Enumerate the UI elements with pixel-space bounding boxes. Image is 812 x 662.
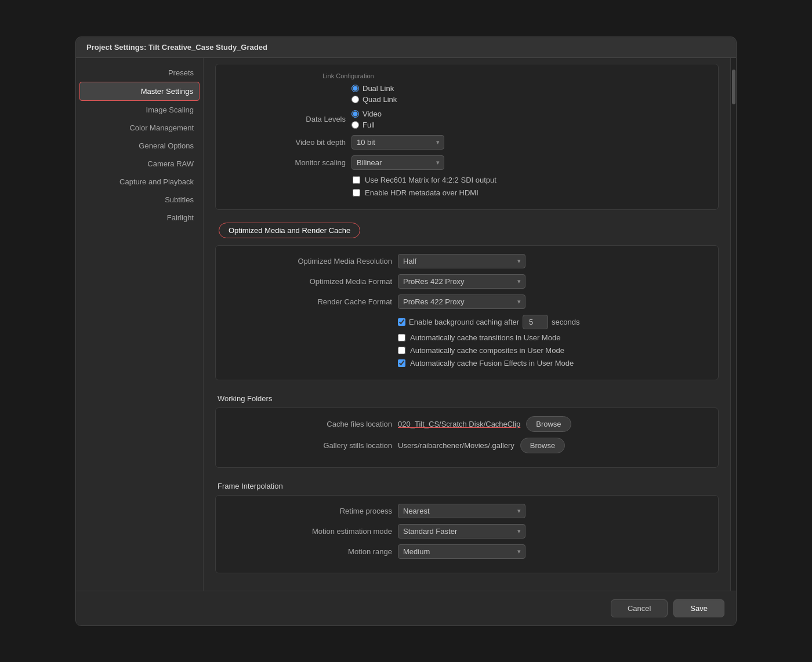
media-format-select[interactable]: ProRes 422 Proxy ProRes 422 LT ProRes 42…	[398, 274, 525, 289]
cache-location-value: 020_Tilt_CS/Scratch Disk/CacheClip	[398, 420, 520, 428]
data-levels-full-label: Full	[362, 121, 375, 129]
bg-cache-seconds-input[interactable]	[523, 315, 548, 329]
video-bit-depth-select[interactable]: 8 bit 10 bit 12 bit	[351, 135, 444, 150]
dialog-footer: Cancel Save	[76, 591, 736, 625]
sidebar-item-capture-playback[interactable]: Capture and Playback	[76, 173, 203, 191]
monitor-scaling-label: Monitor scaling	[230, 158, 346, 167]
dual-link-radio[interactable]: Dual Link	[351, 84, 397, 93]
resolution-label: Optimized Media Resolution	[230, 257, 392, 265]
gallery-browse-button[interactable]: Browse	[520, 438, 565, 453]
auto-fusion-checkbox[interactable]	[398, 359, 405, 367]
link-config-label: Link Configuration	[230, 72, 704, 79]
bg-cache-unit: seconds	[552, 318, 579, 326]
auto-composites-row: Automatically cache composites in User M…	[398, 346, 704, 355]
sidebar-item-general-options[interactable]: General Options	[76, 137, 203, 155]
sidebar-item-subtitles[interactable]: Subtitles	[76, 191, 203, 209]
monitor-scaling-select[interactable]: Nearest Bilinear Bicubic Lanczos	[351, 155, 444, 170]
hdr-checkbox[interactable]	[353, 189, 360, 197]
cache-location-label: Cache files location	[230, 420, 392, 428]
data-levels-video-radio[interactable]: Video	[351, 110, 382, 118]
data-levels-label: Data Levels	[230, 115, 346, 123]
sidebar-item-camera-raw[interactable]: Camera RAW	[76, 155, 203, 173]
auto-transitions-row: Automatically cache transitions in User …	[398, 333, 704, 342]
quad-link-label: Quad Link	[362, 95, 397, 104]
gallery-location-label: Gallery stills location	[230, 441, 392, 450]
rec601-row: Use Rec601 Matrix for 4:2:2 SDI output	[353, 176, 704, 184]
motion-est-label: Motion estimation mode	[230, 527, 392, 536]
bg-cache-checkbox[interactable]	[398, 318, 405, 326]
save-button[interactable]: Save	[673, 599, 724, 617]
video-bit-depth-label: Video bit depth	[230, 138, 346, 147]
data-levels-video-label: Video	[362, 110, 382, 118]
project-settings-dialog: Project Settings: Tilt Creative_Case Stu…	[75, 37, 737, 626]
quad-link-radio[interactable]: Quad Link	[351, 95, 397, 104]
hdr-row: Enable HDR metadata over HDMI	[353, 188, 704, 197]
auto-transitions-label: Automatically cache transitions in User …	[410, 333, 560, 342]
sidebar-item-image-scaling[interactable]: Image Scaling	[76, 101, 203, 119]
scroll-thumb[interactable]	[732, 70, 735, 104]
sidebar-item-master-settings[interactable]: Master Settings	[79, 82, 200, 101]
data-levels-full-radio[interactable]: Full	[351, 121, 382, 129]
sidebar-item-color-management[interactable]: Color Management	[76, 119, 203, 137]
auto-transitions-checkbox[interactable]	[398, 334, 405, 341]
dialog-title: Project Settings: Tilt Creative_Case Stu…	[76, 37, 736, 58]
scrollbar[interactable]	[730, 58, 736, 591]
auto-composites-label: Automatically cache composites in User M…	[410, 346, 564, 355]
resolution-select[interactable]: Quarter Half Full	[398, 254, 525, 268]
bg-cache-row: Enable background caching after seconds	[398, 315, 704, 329]
rec601-label: Use Rec601 Matrix for 4:2:2 SDI output	[365, 176, 496, 184]
gallery-location-value: Users/raibarchener/Movies/.gallery	[398, 441, 514, 450]
optimized-media-title: Optimized Media and Render Cache	[229, 226, 350, 235]
motion-est-select[interactable]: Standard Faster Standard Better Enhanced…	[398, 524, 525, 539]
auto-composites-checkbox[interactable]	[398, 347, 405, 354]
render-cache-label: Render Cache Format	[230, 297, 392, 306]
media-format-label: Optimized Media Format	[230, 277, 392, 286]
cancel-button[interactable]: Cancel	[611, 599, 668, 617]
render-cache-select[interactable]: ProRes 422 Proxy ProRes 422 LT ProRes 42…	[398, 294, 525, 309]
bg-cache-label: Enable background caching after	[409, 318, 519, 326]
main-content: Link Configuration Dual Link	[204, 58, 730, 591]
auto-fusion-row: Automatically cache Fusion Effects in Us…	[398, 359, 704, 368]
motion-range-label: Motion range	[230, 547, 392, 556]
rec601-checkbox[interactable]	[353, 176, 360, 184]
sidebar-item-fairlight[interactable]: Fairlight	[76, 209, 203, 227]
auto-fusion-label: Automatically cache Fusion Effects in Us…	[410, 359, 574, 368]
cache-browse-button[interactable]: Browse	[526, 416, 571, 432]
retime-select[interactable]: Nearest Frame Blend Optical Flow	[398, 504, 525, 518]
frame-interpolation-title: Frame Interpolation	[215, 482, 719, 490]
sidebar: Presets Master Settings Image Scaling Co…	[76, 58, 204, 591]
motion-range-select[interactable]: Small Medium Large	[398, 544, 525, 559]
hdr-label: Enable HDR metadata over HDMI	[365, 188, 478, 197]
sidebar-item-presets[interactable]: Presets	[76, 64, 203, 82]
retime-label: Retime process	[230, 507, 392, 515]
working-folders-title: Working Folders	[215, 394, 719, 403]
dual-link-label: Dual Link	[362, 84, 394, 93]
